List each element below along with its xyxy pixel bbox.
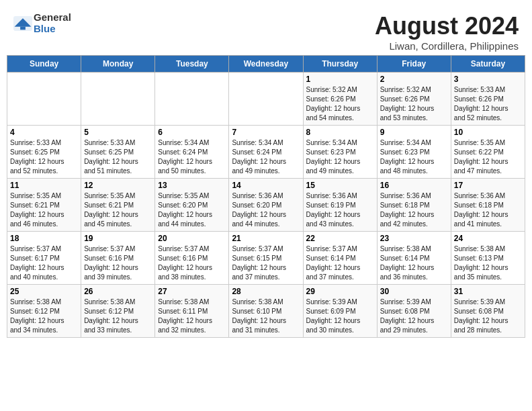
day-info: Sunrise: 5:35 AM Sunset: 6:21 PM Dayligh… [10,191,78,229]
day-info: Sunrise: 5:38 AM Sunset: 6:13 PM Dayligh… [454,244,522,282]
day-info: Sunrise: 5:38 AM Sunset: 6:12 PM Dayligh… [10,298,78,335]
day-cell: 3Sunrise: 5:33 AM Sunset: 6:26 PM Daylig… [451,73,525,126]
day-info: Sunrise: 5:32 AM Sunset: 6:26 PM Dayligh… [306,85,374,123]
day-info: Sunrise: 5:36 AM Sunset: 6:19 PM Dayligh… [306,191,374,229]
day-number: 4 [10,128,78,137]
day-cell: 1Sunrise: 5:32 AM Sunset: 6:26 PM Daylig… [303,73,377,126]
day-number: 21 [232,234,300,243]
day-cell: 17Sunrise: 5:36 AM Sunset: 6:18 PM Dayli… [451,179,525,232]
day-cell: 11Sunrise: 5:35 AM Sunset: 6:21 PM Dayli… [7,179,81,232]
day-info: Sunrise: 5:35 AM Sunset: 6:21 PM Dayligh… [84,191,152,229]
week-row-4: 25Sunrise: 5:38 AM Sunset: 6:12 PM Dayli… [7,285,525,338]
day-cell: 31Sunrise: 5:39 AM Sunset: 6:08 PM Dayli… [451,285,525,338]
day-cell: 14Sunrise: 5:36 AM Sunset: 6:20 PM Dayli… [229,179,303,232]
day-info: Sunrise: 5:34 AM Sunset: 6:23 PM Dayligh… [380,138,448,176]
day-cell: 5Sunrise: 5:33 AM Sunset: 6:25 PM Daylig… [81,126,155,179]
day-info: Sunrise: 5:37 AM Sunset: 6:16 PM Dayligh… [158,244,226,282]
week-row-1: 4Sunrise: 5:33 AM Sunset: 6:25 PM Daylig… [7,126,525,179]
day-cell: 4Sunrise: 5:33 AM Sunset: 6:25 PM Daylig… [7,126,81,179]
day-number: 5 [84,128,152,137]
day-number: 23 [380,234,448,243]
calendar-table: SundayMondayTuesdayWednesdayThursdayFrid… [7,55,525,338]
day-info: Sunrise: 5:34 AM Sunset: 6:23 PM Dayligh… [306,138,374,176]
day-number: 24 [454,234,522,243]
logo: General Blue [13,12,71,34]
day-info: Sunrise: 5:33 AM Sunset: 6:26 PM Dayligh… [454,85,522,123]
day-number: 17 [454,181,522,190]
day-info: Sunrise: 5:39 AM Sunset: 6:09 PM Dayligh… [306,298,374,335]
day-cell [7,73,81,126]
day-cell: 21Sunrise: 5:37 AM Sunset: 6:15 PM Dayli… [229,232,303,285]
day-cell: 16Sunrise: 5:36 AM Sunset: 6:18 PM Dayli… [377,179,451,232]
day-cell: 15Sunrise: 5:36 AM Sunset: 6:19 PM Dayli… [303,179,377,232]
day-number: 16 [380,181,448,190]
day-number: 14 [232,181,300,190]
day-info: Sunrise: 5:37 AM Sunset: 6:15 PM Dayligh… [232,244,300,282]
title-area: August 2024 Liwan, Cordillera, Philippin… [375,12,519,52]
day-number: 18 [10,234,78,243]
svg-rect-2 [20,26,26,30]
day-info: Sunrise: 5:36 AM Sunset: 6:20 PM Dayligh… [232,191,300,229]
day-number: 26 [84,287,152,296]
day-header-saturday: Saturday [451,56,525,73]
day-number: 25 [10,287,78,296]
day-info: Sunrise: 5:37 AM Sunset: 6:17 PM Dayligh… [10,244,78,282]
day-cell [229,73,303,126]
day-number: 9 [380,128,448,137]
day-number: 22 [306,234,374,243]
week-row-0: 1Sunrise: 5:32 AM Sunset: 6:26 PM Daylig… [7,73,525,126]
day-info: Sunrise: 5:32 AM Sunset: 6:26 PM Dayligh… [380,85,448,123]
day-info: Sunrise: 5:38 AM Sunset: 6:14 PM Dayligh… [380,244,448,282]
day-number: 31 [454,287,522,296]
days-header-row: SundayMondayTuesdayWednesdayThursdayFrid… [7,56,525,73]
generalblue-logo-icon [13,16,32,31]
day-number: 29 [306,287,374,296]
day-number: 13 [158,181,226,190]
day-cell: 7Sunrise: 5:34 AM Sunset: 6:24 PM Daylig… [229,126,303,179]
day-cell: 30Sunrise: 5:39 AM Sunset: 6:08 PM Dayli… [377,285,451,338]
day-info: Sunrise: 5:37 AM Sunset: 6:14 PM Dayligh… [306,244,374,282]
day-info: Sunrise: 5:34 AM Sunset: 6:24 PM Dayligh… [232,138,300,176]
day-number: 28 [232,287,300,296]
day-cell: 19Sunrise: 5:37 AM Sunset: 6:16 PM Dayli… [81,232,155,285]
calendar-title: August 2024 [375,12,519,40]
day-cell: 6Sunrise: 5:34 AM Sunset: 6:24 PM Daylig… [155,126,229,179]
day-number: 11 [10,181,78,190]
logo-general-text: General [34,12,71,24]
day-number: 19 [84,234,152,243]
day-number: 27 [158,287,226,296]
logo-blue-text: Blue [34,24,71,35]
day-number: 3 [454,75,522,84]
day-cell: 20Sunrise: 5:37 AM Sunset: 6:16 PM Dayli… [155,232,229,285]
day-header-thursday: Thursday [303,56,377,73]
day-cell: 9Sunrise: 5:34 AM Sunset: 6:23 PM Daylig… [377,126,451,179]
day-number: 7 [232,128,300,137]
day-header-friday: Friday [377,56,451,73]
day-info: Sunrise: 5:38 AM Sunset: 6:11 PM Dayligh… [158,298,226,335]
day-cell: 24Sunrise: 5:38 AM Sunset: 6:13 PM Dayli… [451,232,525,285]
day-cell: 27Sunrise: 5:38 AM Sunset: 6:11 PM Dayli… [155,285,229,338]
day-cell: 28Sunrise: 5:38 AM Sunset: 6:10 PM Dayli… [229,285,303,338]
day-number: 2 [380,75,448,84]
day-info: Sunrise: 5:39 AM Sunset: 6:08 PM Dayligh… [454,298,522,335]
day-cell: 2Sunrise: 5:32 AM Sunset: 6:26 PM Daylig… [377,73,451,126]
day-cell: 23Sunrise: 5:38 AM Sunset: 6:14 PM Dayli… [377,232,451,285]
week-row-2: 11Sunrise: 5:35 AM Sunset: 6:21 PM Dayli… [7,179,525,232]
day-info: Sunrise: 5:38 AM Sunset: 6:10 PM Dayligh… [232,298,300,335]
day-info: Sunrise: 5:33 AM Sunset: 6:25 PM Dayligh… [84,138,152,176]
day-header-tuesday: Tuesday [155,56,229,73]
day-number: 12 [84,181,152,190]
day-info: Sunrise: 5:35 AM Sunset: 6:20 PM Dayligh… [158,191,226,229]
day-info: Sunrise: 5:33 AM Sunset: 6:25 PM Dayligh… [10,138,78,176]
day-cell: 29Sunrise: 5:39 AM Sunset: 6:09 PM Dayli… [303,285,377,338]
day-number: 1 [306,75,374,84]
day-cell: 22Sunrise: 5:37 AM Sunset: 6:14 PM Dayli… [303,232,377,285]
day-info: Sunrise: 5:36 AM Sunset: 6:18 PM Dayligh… [454,191,522,229]
day-cell: 8Sunrise: 5:34 AM Sunset: 6:23 PM Daylig… [303,126,377,179]
week-row-3: 18Sunrise: 5:37 AM Sunset: 6:17 PM Dayli… [7,232,525,285]
day-cell: 26Sunrise: 5:38 AM Sunset: 6:12 PM Dayli… [81,285,155,338]
day-number: 8 [306,128,374,137]
day-info: Sunrise: 5:34 AM Sunset: 6:24 PM Dayligh… [158,138,226,176]
day-cell: 12Sunrise: 5:35 AM Sunset: 6:21 PM Dayli… [81,179,155,232]
day-info: Sunrise: 5:36 AM Sunset: 6:18 PM Dayligh… [380,191,448,229]
